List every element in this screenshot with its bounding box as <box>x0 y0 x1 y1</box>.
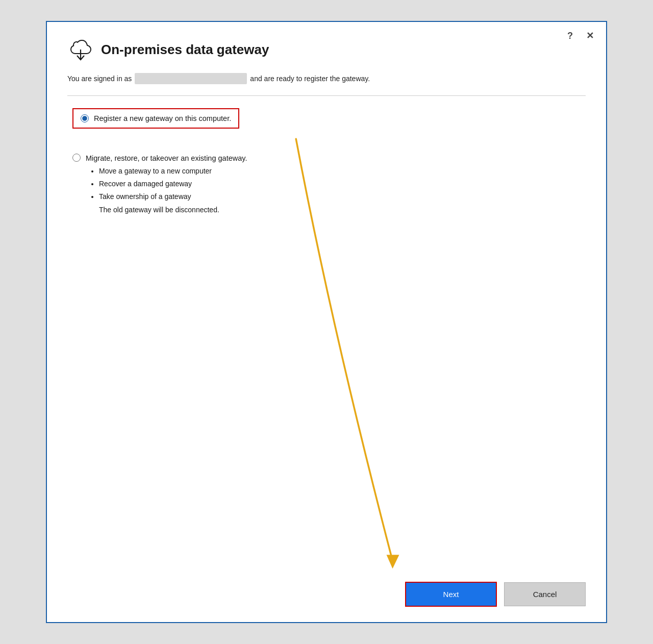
cancel-button[interactable]: Cancel <box>504 582 586 606</box>
svg-marker-1 <box>387 555 399 568</box>
footer: Next Cancel <box>67 577 586 607</box>
divider <box>67 95 586 96</box>
user-email-blurred <box>135 73 247 84</box>
bullet-item: Take ownership of a gateway <box>99 190 247 203</box>
option2-label: Migrate, restore, or takeover an existin… <box>86 152 247 165</box>
bullet-item: Recover a damaged gateway <box>99 178 247 190</box>
top-buttons: ? ✕ <box>564 29 597 42</box>
bullet-item: Move a gateway to a new computer <box>99 165 247 178</box>
subtitle-row: You are signed in as and are ready to re… <box>67 73 586 84</box>
option2-row: Migrate, restore, or takeover an existin… <box>72 152 581 213</box>
option2-bullets: Move a gateway to a new computer Recover… <box>86 165 247 204</box>
close-button[interactable]: ✕ <box>583 29 597 42</box>
option2-radio[interactable] <box>72 154 81 162</box>
option1-box[interactable]: Register a new gateway on this computer. <box>72 108 239 129</box>
dialog-title: On-premises data gateway <box>101 42 269 58</box>
subtitle-before: You are signed in as <box>67 73 132 84</box>
cloud-upload-icon <box>67 36 94 63</box>
options-area: Register a new gateway on this computer.… <box>67 108 586 556</box>
next-button[interactable]: Next <box>405 582 497 607</box>
dialog-container: ? ✕ On-premises data gateway You are sig… <box>46 21 607 623</box>
option1-radio[interactable] <box>81 114 89 122</box>
option1-label: Register a new gateway on this computer. <box>94 114 231 122</box>
subtitle-after: and are ready to register the gateway. <box>250 73 370 84</box>
old-gateway-note: The old gateway will be disconnected. <box>99 206 247 214</box>
title-row: On-premises data gateway <box>67 36 586 63</box>
help-button[interactable]: ? <box>564 29 576 42</box>
option2-text-block: Migrate, restore, or takeover an existin… <box>86 152 247 213</box>
